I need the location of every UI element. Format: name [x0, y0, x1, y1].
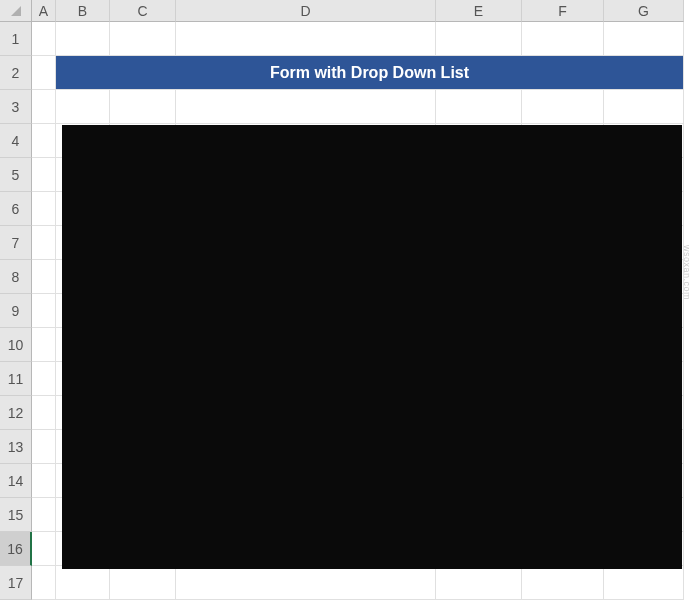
col-header-c[interactable]: C [110, 0, 176, 22]
cell[interactable] [32, 192, 56, 226]
cell[interactable] [110, 22, 176, 56]
cell[interactable] [32, 532, 56, 566]
cell[interactable] [32, 226, 56, 260]
row-header[interactable]: 4 [0, 124, 32, 158]
row-header[interactable]: 2 [0, 56, 32, 90]
col-header-b[interactable]: B [56, 0, 110, 22]
row-header[interactable]: 17 [0, 566, 32, 600]
cell[interactable] [110, 566, 176, 600]
cell[interactable] [32, 498, 56, 532]
cell[interactable] [604, 22, 684, 56]
row-header[interactable]: 7 [0, 226, 32, 260]
cell[interactable] [604, 90, 684, 124]
row-header[interactable]: 1 [0, 22, 32, 56]
cell[interactable] [32, 90, 56, 124]
cell[interactable] [604, 566, 684, 600]
col-header-g[interactable]: G [604, 0, 684, 22]
row-header[interactable]: 11 [0, 362, 32, 396]
cell[interactable] [176, 22, 436, 56]
cell[interactable] [436, 22, 522, 56]
cell[interactable] [436, 90, 522, 124]
row-header[interactable]: 14 [0, 464, 32, 498]
row-header[interactable]: 6 [0, 192, 32, 226]
cell[interactable] [110, 90, 176, 124]
cell[interactable] [32, 362, 56, 396]
watermark-text: wsoxan.com [682, 245, 692, 300]
title-banner[interactable]: Form with Drop Down List [56, 56, 684, 90]
cell[interactable] [176, 566, 436, 600]
cell[interactable] [32, 430, 56, 464]
cell[interactable] [522, 90, 604, 124]
cell[interactable] [32, 294, 56, 328]
cell[interactable] [56, 566, 110, 600]
embedded-form-object[interactable] [62, 125, 682, 569]
cell[interactable] [56, 90, 110, 124]
row-header-selected[interactable]: 16 [0, 532, 32, 566]
cell[interactable] [32, 464, 56, 498]
row-header[interactable]: 9 [0, 294, 32, 328]
row-header[interactable]: 13 [0, 430, 32, 464]
cell[interactable] [32, 22, 56, 56]
select-all-corner[interactable] [0, 0, 32, 22]
row-header[interactable]: 8 [0, 260, 32, 294]
cell[interactable] [176, 90, 436, 124]
cell[interactable] [32, 260, 56, 294]
cell[interactable] [32, 328, 56, 362]
row-header[interactable]: 15 [0, 498, 32, 532]
cell[interactable] [32, 124, 56, 158]
col-header-a[interactable]: A [32, 0, 56, 22]
cell[interactable] [436, 566, 522, 600]
cell[interactable] [522, 22, 604, 56]
row-header[interactable]: 10 [0, 328, 32, 362]
col-header-d[interactable]: D [176, 0, 436, 22]
cell[interactable] [32, 56, 56, 90]
row-header[interactable]: 3 [0, 90, 32, 124]
row-header[interactable]: 12 [0, 396, 32, 430]
cell[interactable] [56, 22, 110, 56]
cell[interactable] [32, 566, 56, 600]
col-header-e[interactable]: E [436, 0, 522, 22]
cell[interactable] [522, 566, 604, 600]
row-header[interactable]: 5 [0, 158, 32, 192]
cell[interactable] [32, 158, 56, 192]
cell[interactable] [32, 396, 56, 430]
col-header-f[interactable]: F [522, 0, 604, 22]
